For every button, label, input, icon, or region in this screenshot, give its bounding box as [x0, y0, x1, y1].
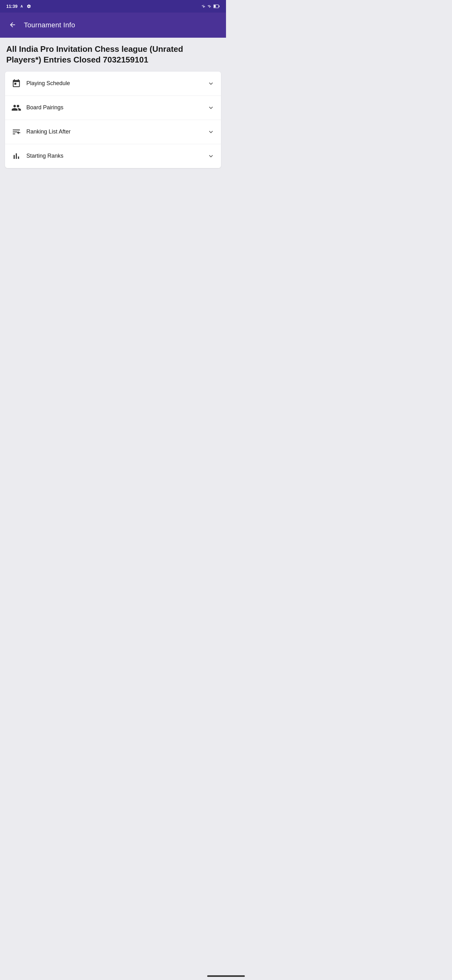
settings-icon	[27, 4, 31, 8]
main-content: All India Pro Invitation Chess league (U…	[0, 38, 226, 174]
menu-item-ranking-list-after[interactable]: Ranking List After	[5, 120, 221, 144]
starting-ranks-chevron-icon	[207, 152, 215, 160]
signal-icon	[208, 4, 212, 8]
menu-item-left-starting-ranks: Starting Ranks	[11, 151, 63, 161]
back-button[interactable]	[6, 19, 19, 32]
calendar-icon	[11, 78, 21, 89]
app-bar: Tournament Info	[0, 13, 226, 38]
svg-rect-2	[219, 6, 220, 7]
status-bar-right-icons	[201, 4, 220, 8]
bar-chart-icon	[11, 151, 21, 161]
people-icon	[11, 103, 21, 113]
menu-card: Playing Schedule Board Pairings	[5, 72, 221, 168]
app-bar-title: Tournament Info	[24, 21, 75, 29]
status-bar-left: 11:39 A	[6, 4, 31, 9]
menu-item-board-pairings[interactable]: Board Pairings	[5, 96, 221, 120]
playing-schedule-label: Playing Schedule	[26, 80, 70, 87]
menu-item-left: Playing Schedule	[11, 78, 70, 89]
board-pairings-label: Board Pairings	[26, 104, 63, 111]
tournament-title: All India Pro Invitation Chess league (U…	[5, 44, 221, 65]
menu-item-playing-schedule[interactable]: Playing Schedule	[5, 72, 221, 96]
ranking-list-after-chevron-icon	[207, 128, 215, 136]
status-bar: 11:39 A	[0, 0, 226, 13]
a-icon: A	[20, 4, 25, 9]
svg-text:A: A	[21, 5, 23, 8]
sort-icon	[11, 127, 21, 137]
menu-item-left-pairings: Board Pairings	[11, 103, 63, 113]
wifi-icon	[201, 4, 206, 8]
ranking-list-after-label: Ranking List After	[26, 129, 71, 135]
back-arrow-icon	[9, 21, 16, 30]
svg-rect-3	[214, 5, 216, 8]
board-pairings-chevron-icon	[207, 104, 215, 111]
menu-item-left-ranking: Ranking List After	[11, 127, 71, 137]
battery-icon	[213, 5, 220, 8]
status-bar-icons: A	[20, 4, 31, 9]
status-time: 11:39	[6, 4, 17, 9]
starting-ranks-label: Starting Ranks	[26, 153, 63, 159]
menu-item-starting-ranks[interactable]: Starting Ranks	[5, 144, 221, 168]
playing-schedule-chevron-icon	[207, 80, 215, 88]
